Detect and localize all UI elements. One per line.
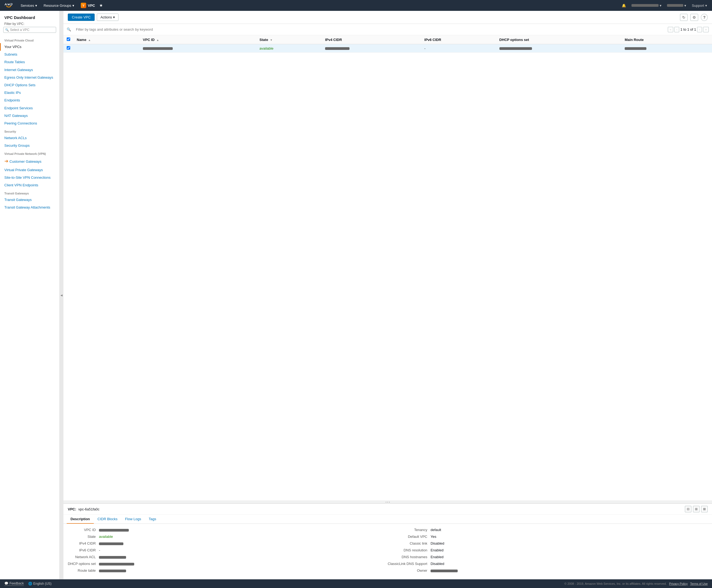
label-ipv6-cidr: IPv6 CIDR xyxy=(68,547,96,553)
sidebar-item-internet-gateways[interactable]: Internet Gateways xyxy=(0,66,59,74)
feedback-button[interactable]: 💬 Feedback xyxy=(4,582,24,586)
refresh-button[interactable]: ↻ xyxy=(680,14,688,21)
vpc-label: VPC xyxy=(88,3,95,7)
sidebar-title: VPC Dashboard xyxy=(0,14,59,22)
sidebar-item-elastic-ips[interactable]: Elastic IPs xyxy=(0,89,59,97)
resource-groups-nav-item[interactable]: Resource Groups ▾ xyxy=(42,2,77,9)
support-label: Support xyxy=(692,3,704,7)
sidebar-item-site-to-site-vpn[interactable]: Site-to-Site VPN Connections xyxy=(0,174,59,182)
region-nav-item[interactable]: ▾ xyxy=(665,2,688,9)
tab-tags[interactable]: Tags xyxy=(145,515,160,524)
actions-button[interactable]: Actions ▾ xyxy=(97,14,118,21)
name-sort-icon: ▲ xyxy=(88,39,91,42)
top-nav-right: 🔔 ▾ ▾ Support ▾ xyxy=(620,2,709,9)
value-dns-resolution: Enabled xyxy=(431,547,708,553)
support-nav-item[interactable]: Support ▾ xyxy=(690,2,709,9)
label-classic-link: Classic link xyxy=(388,541,427,546)
state-value: available xyxy=(259,46,273,50)
account-label xyxy=(631,4,659,7)
description-right-column: Tenancy default Default VPC Yes Classic … xyxy=(388,527,708,573)
sidebar-item-network-acls[interactable]: Network ACLs xyxy=(0,134,59,142)
label-state: State xyxy=(68,534,96,540)
value-network-acl xyxy=(99,554,388,560)
row-vpc-id xyxy=(139,44,256,52)
row-checkbox[interactable] xyxy=(67,46,70,50)
table-row[interactable]: available - xyxy=(63,44,712,52)
sidebar-item-subnets[interactable]: Subnets xyxy=(0,51,59,58)
detail-icon-3[interactable]: ⊠ xyxy=(701,506,708,512)
select-all-checkbox-header[interactable] xyxy=(63,35,73,44)
detail-panel-header: VPC: vpc-6a51fa0c ⊟ ⊞ ⊠ xyxy=(63,504,712,515)
label-dns-resolution: DNS resolution xyxy=(388,547,427,553)
main-layout: VPC Dashboard Filter by VPC: 🔍 Select a … xyxy=(0,11,712,579)
account-nav-item[interactable]: ▾ xyxy=(630,2,663,9)
main-content: Create VPC Actions ▾ ↻ ⚙ ? 🔍 « ‹ 1 to 1 … xyxy=(63,11,712,579)
terms-of-use-link[interactable]: Terms of Use xyxy=(690,582,708,585)
settings-button[interactable]: ⚙ xyxy=(690,14,698,21)
privacy-policy-link[interactable]: Privacy Policy xyxy=(669,582,688,585)
language-button[interactable]: 🌐 English (US) xyxy=(28,582,51,586)
first-page-button[interactable]: « xyxy=(668,27,673,32)
tab-cidr-blocks[interactable]: CIDR Blocks xyxy=(94,515,122,524)
last-page-button[interactable]: » xyxy=(703,27,709,32)
resize-dots: • • • xyxy=(386,501,390,504)
detail-icon-2[interactable]: ⊞ xyxy=(693,506,699,512)
sidebar-item-endpoint-services[interactable]: Endpoint Services xyxy=(0,104,59,112)
sidebar-item-transit-gateways[interactable]: Transit Gateways xyxy=(0,196,59,204)
bookmark-icon[interactable]: ★ xyxy=(99,3,103,8)
sidebar-item-transit-gateway-attachments[interactable]: Transit Gateway Attachments xyxy=(0,204,59,211)
sidebar-item-peering-connections[interactable]: Peering Connections xyxy=(0,120,59,127)
services-chevron-icon: ▾ xyxy=(35,3,37,7)
sidebar-section-vpn: Virtual Private Network (VPN) xyxy=(0,149,59,156)
services-nav-item[interactable]: Services ▾ xyxy=(18,2,39,9)
col-vpc-id[interactable]: VPC ID ▲ xyxy=(139,35,256,44)
search-input[interactable] xyxy=(73,26,666,33)
sidebar-item-client-vpn[interactable]: Client VPN Endpoints xyxy=(0,182,59,189)
account-chevron-icon: ▾ xyxy=(660,3,662,7)
network-acl-blurred xyxy=(99,556,126,559)
prev-page-button[interactable]: ‹ xyxy=(674,27,679,32)
create-vpc-button[interactable]: Create VPC xyxy=(68,14,94,21)
row-checkbox-cell[interactable] xyxy=(63,44,73,52)
sidebar-item-egress-only[interactable]: Egress Only Internet Gateways xyxy=(0,74,59,81)
arrow-indicator-icon: ➜ xyxy=(4,158,8,165)
tab-flow-logs[interactable]: Flow Logs xyxy=(121,515,145,524)
sidebar-item-route-tables[interactable]: Route Tables xyxy=(0,58,59,66)
resource-groups-label: Resource Groups xyxy=(44,3,71,7)
toolbar: Create VPC Actions ▾ ↻ ⚙ ? xyxy=(63,11,712,24)
col-name[interactable]: Name ▲ xyxy=(73,35,139,44)
value-tenancy: default xyxy=(431,527,708,533)
sidebar-item-security-groups[interactable]: Security Groups xyxy=(0,142,59,149)
description-left-column: VPC ID State available IPv4 CIDR IPv6 CI… xyxy=(68,527,388,573)
next-page-button[interactable]: › xyxy=(697,27,702,32)
sidebar-filter-input-container[interactable]: 🔍 Select a VPC xyxy=(3,27,56,33)
sidebar-item-nat-gateways[interactable]: NAT Gateways xyxy=(0,112,59,120)
value-default-vpc: Yes xyxy=(431,534,708,540)
sidebar-item-endpoints[interactable]: Endpoints xyxy=(0,97,59,104)
help-button[interactable]: ? xyxy=(701,14,708,21)
vpc-badge: V VPC xyxy=(79,2,98,9)
label-tenancy: Tenancy xyxy=(388,527,427,533)
value-dns-hostnames: Enabled xyxy=(431,554,708,560)
value-ipv4-cidr xyxy=(99,541,388,546)
sidebar-item-your-vpcs[interactable]: Your VPCs xyxy=(0,43,59,51)
sidebar-item-virtual-private-gateways[interactable]: Virtual Private Gateways xyxy=(0,166,59,174)
aws-logo[interactable] xyxy=(3,2,14,9)
ipv4-blurred xyxy=(325,47,349,50)
pagination: « ‹ 1 to 1 of 1 › » xyxy=(668,27,709,32)
region-label xyxy=(667,4,683,7)
select-all-checkbox[interactable] xyxy=(67,38,70,41)
row-ipv4-cidr xyxy=(322,44,421,52)
sidebar-collapse-handle[interactable]: ◀ xyxy=(60,11,63,579)
panel-resize-handle[interactable]: • • • xyxy=(63,501,712,503)
value-classiclink-dns: Disabled xyxy=(431,561,708,567)
detail-icon-1[interactable]: ⊟ xyxy=(685,506,691,512)
sidebar-section-transit: Transit Gateways xyxy=(0,189,59,196)
tab-description[interactable]: Description xyxy=(67,515,94,524)
vpc-id-sort-icon: ▲ xyxy=(156,39,159,42)
sidebar-item-customer-gateways[interactable]: ➜Customer Gateways xyxy=(0,156,59,166)
toolbar-right: ↻ ⚙ ? xyxy=(680,14,708,21)
bell-icon[interactable]: 🔔 xyxy=(620,2,628,9)
col-state[interactable]: State ▼ xyxy=(256,35,322,44)
sidebar-item-dhcp[interactable]: DHCP Options Sets xyxy=(0,81,59,89)
